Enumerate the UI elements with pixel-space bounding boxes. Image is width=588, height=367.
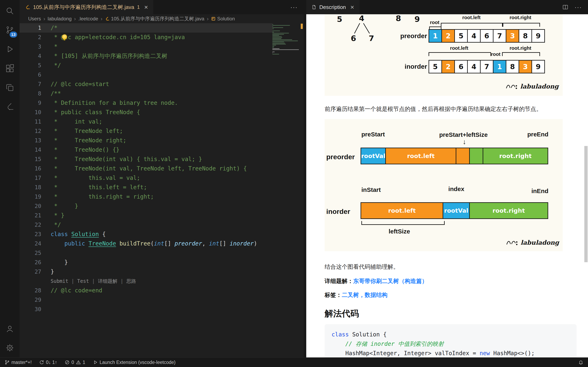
sync-counts: 0↓ 1↑ (46, 360, 57, 365)
run-and-debug-icon[interactable] (0, 40, 20, 59)
code-line[interactable]: 5 */ (20, 61, 272, 70)
description-panel[interactable]: 5 4 8 9 6 7 root.left root.right root pr… (306, 14, 588, 358)
code-text: /** (51, 89, 61, 98)
codelens-link[interactable]: Submit (51, 278, 68, 284)
split-editor-icon[interactable] (562, 4, 568, 10)
extensions-icon[interactable] (0, 59, 20, 78)
breadcrumb-item[interactable]: labuladong (48, 16, 71, 22)
tab-description[interactable]: Description × (306, 0, 360, 14)
minimap[interactable] (272, 24, 300, 57)
code-line[interactable]: 14 * TreeNode() {} (20, 145, 272, 155)
code-line[interactable]: 18 * this.left = left; (20, 183, 272, 192)
codelens-link[interactable]: Test (77, 278, 89, 284)
code-text: * this.val = val; (51, 173, 140, 183)
code-line[interactable]: 13 * TreeNode right; (20, 136, 272, 145)
code-line[interactable]: 30 (20, 305, 272, 314)
label-leftsize: leftSize (377, 228, 422, 235)
leftsize-bracket (361, 221, 445, 225)
code-line[interactable]: 23class Solution { (20, 230, 272, 239)
code-line[interactable]: 1/* (20, 23, 272, 33)
code-line[interactable]: 10 * public class TreeNode { (20, 108, 272, 117)
minimap-line (272, 48, 279, 49)
more-actions-icon[interactable]: ··· (575, 4, 582, 11)
editor-group-sash[interactable] (304, 0, 306, 358)
problems-status[interactable]: 0 1 (65, 360, 85, 365)
code-line[interactable]: 20 * } (20, 201, 272, 211)
code-line[interactable]: 24 public TreeNode buildTree(int[] preor… (20, 239, 272, 248)
minimap-line (272, 34, 284, 35)
line-number: 9 (20, 98, 41, 108)
editor-group: 105.从前序与中序遍历序列构造二叉树.java 1 × ··· Users›l… (20, 0, 304, 358)
code-line[interactable]: 9 * Definition for a binary tree node. (20, 98, 272, 108)
breadcrumb-item[interactable]: 105.从前序与中序遍历序列构造二叉树.java (105, 16, 204, 22)
codelens-link[interactable]: 思路 (126, 278, 136, 284)
code-line[interactable]: 17 * this.val = val; (20, 173, 272, 183)
line-number: 29 (20, 295, 41, 305)
bell-icon[interactable] (578, 360, 584, 365)
code-line[interactable]: 28// @lc code=end (20, 286, 272, 295)
source-control-icon[interactable]: 13 (0, 20, 20, 40)
code-text: class Solution { (51, 230, 106, 239)
array-cell: 5 (454, 29, 468, 43)
code-line[interactable]: 7// @lc code=start (20, 80, 272, 89)
code-line[interactable]: 29 (20, 295, 272, 305)
code-line[interactable]: 26 } (20, 258, 272, 267)
range-segment (469, 148, 483, 164)
code-text: * this.left = left; (51, 183, 147, 192)
tab-close-icon[interactable]: × (144, 3, 148, 11)
array-cell: 6 (454, 60, 468, 73)
code-line[interactable]: 25 (20, 248, 272, 258)
launch-task-status[interactable]: Launch Extension (vscode-leetcode) (93, 360, 176, 365)
accounts-icon[interactable] (0, 319, 20, 338)
code-text: // @lc code=start (51, 80, 109, 89)
breadcrumb-item[interactable]: .leetcode (78, 16, 98, 22)
code-line[interactable]: 6 (20, 70, 272, 80)
sync-icon (39, 360, 44, 365)
tag-link[interactable]: 数据结构 (365, 292, 388, 298)
code-line[interactable]: 8/** (20, 89, 272, 98)
code-line[interactable]: 22 */ (20, 220, 272, 230)
code-line[interactable]: 16 * TreeNode(int val, TreeNode left, Tr… (20, 164, 272, 173)
errors-icon (65, 360, 70, 365)
warning-count: 1 (83, 360, 85, 365)
leetcode-icon[interactable] (0, 97, 20, 116)
tab-java-file[interactable]: 105.从前序与中序遍历序列构造二叉树.java 1 × (20, 0, 153, 14)
code-line[interactable]: 19 * this.right = right; (20, 192, 272, 201)
code-line[interactable]: 12 * TreeNode left; (20, 126, 272, 136)
minimap-line (272, 36, 282, 37)
tab-close-icon[interactable]: × (350, 3, 354, 11)
breadcrumb-item[interactable]: Solution (211, 16, 235, 22)
git-branch-status[interactable]: master*+! (4, 360, 32, 365)
debug-launch-icon (93, 360, 98, 365)
tree-node: 6 (351, 34, 356, 43)
line-number: 28 (20, 286, 41, 295)
codelens-link[interactable]: 详细题解 (98, 278, 117, 284)
breadcrumb-item[interactable]: Users (28, 16, 41, 22)
range-segment: rootVal (361, 148, 386, 164)
line-number: 8 (20, 89, 41, 98)
watermark: labuladong (505, 83, 559, 90)
code-line[interactable]: 4 * [105] 从前序与中序遍历序列构造二叉树 (20, 51, 272, 61)
settings-gear-icon[interactable] (0, 338, 20, 358)
code-line[interactable]: 15 * TreeNode(int val) { this.val = val;… (20, 155, 272, 164)
code-line[interactable]: 3 * (20, 42, 272, 51)
code-line[interactable]: 11 * int val; (20, 117, 272, 126)
tag-link[interactable]: 二叉树 (342, 292, 359, 298)
array-cell: 9 (531, 29, 545, 43)
code-editor[interactable]: 1/*2 * @lc app=leetcode.cn id=105 lang=j… (20, 23, 304, 358)
code-text: public TreeNode buildTree(int[] preorder… (51, 239, 257, 248)
description-scrollbar[interactable] (584, 146, 588, 262)
code-line[interactable]: 27} (20, 267, 272, 276)
remote-explorer-icon[interactable] (0, 78, 20, 97)
search-icon[interactable] (0, 1, 20, 20)
more-actions-icon[interactable]: ··· (290, 4, 298, 11)
code-line[interactable]: 21 * } (20, 211, 272, 220)
lightbulb-icon[interactable] (62, 34, 67, 39)
inorder-row-label: inorder (405, 63, 427, 70)
solution-article-link[interactable]: 东哥带你刷二叉树（构造篇） (353, 278, 428, 284)
code-line[interactable]: 2 * @lc app=leetcode.cn id=105 lang=java (20, 33, 272, 42)
line-number: 13 (20, 136, 41, 145)
sync-status[interactable]: 0↓ 1↑ (39, 360, 57, 365)
minimap-line (272, 52, 275, 52)
branch-name: master*+! (11, 360, 32, 365)
